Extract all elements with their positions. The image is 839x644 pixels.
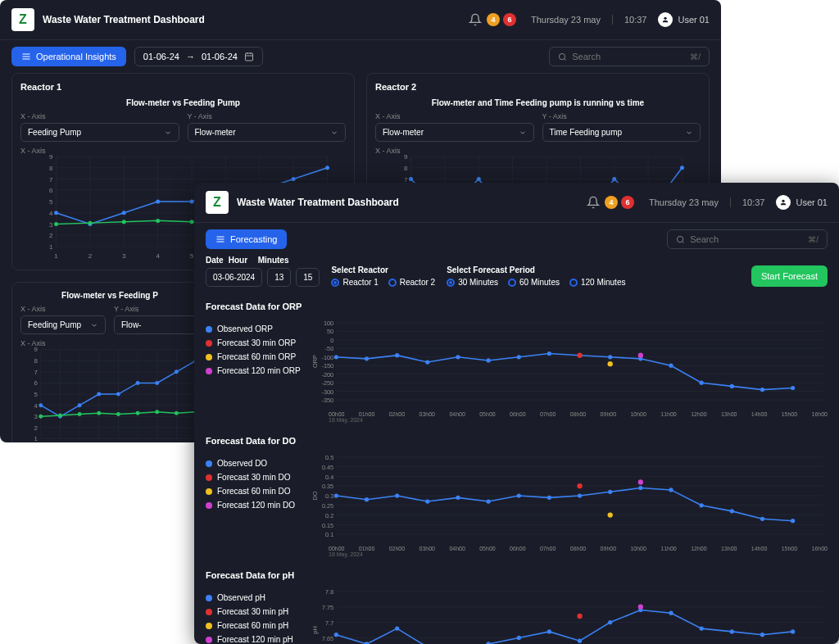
chart-title: Flow-meter vs Feeding P xyxy=(20,291,199,300)
svg-text:-250: -250 xyxy=(322,379,334,387)
svg-point-242 xyxy=(486,499,490,503)
forecast-controls: Date Hour Minutes 03-06-2024 13 15 Selec… xyxy=(194,256,839,295)
date-range-picker[interactable]: 01-06-24 → 01-06-24 xyxy=(134,47,263,66)
svg-point-214 xyxy=(791,386,795,390)
svg-text:7: 7 xyxy=(49,176,53,184)
svg-point-48 xyxy=(122,211,126,215)
forecast-ph: Forecast Data for pH Observed pHForecast… xyxy=(194,564,839,644)
svg-text:6: 6 xyxy=(49,187,53,194)
radio-reactor-2[interactable]: Reactor 2 xyxy=(388,278,435,287)
calendar-icon xyxy=(244,52,254,61)
y-axis-label: Y - Axis xyxy=(188,112,347,120)
svg-text:-300: -300 xyxy=(322,388,334,396)
radio-reactor-1[interactable]: Reactor 1 xyxy=(331,278,378,287)
svg-point-8 xyxy=(560,53,565,59)
svg-point-59 xyxy=(190,220,194,224)
svg-point-247 xyxy=(638,486,642,490)
svg-point-239 xyxy=(395,493,399,497)
svg-point-170 xyxy=(175,411,179,415)
svg-point-164 xyxy=(58,413,62,417)
avatar[interactable] xyxy=(776,195,791,210)
avatar[interactable] xyxy=(658,12,673,27)
svg-text:ORP: ORP xyxy=(312,355,319,368)
search-input[interactable] xyxy=(572,52,685,61)
logo: Z xyxy=(206,191,229,214)
x-axis-select[interactable]: Feeding Pump xyxy=(20,315,106,334)
header-date: Thursday 23 may xyxy=(531,15,601,25)
notification-badge-warning[interactable]: 4 xyxy=(487,13,500,26)
svg-text:7: 7 xyxy=(34,369,37,376)
toolbar: Operational Insights 01-06-24 → 01-06-24… xyxy=(0,40,721,73)
legend-item: Observed DO xyxy=(206,459,304,468)
svg-point-49 xyxy=(156,200,160,204)
svg-point-205 xyxy=(517,355,521,359)
y-axis-select[interactable]: Time Feeding pump xyxy=(542,123,701,142)
search-box[interactable]: ⌘/ xyxy=(549,47,710,66)
date-input[interactable]: 03-06-2024 xyxy=(206,268,262,287)
svg-point-199 xyxy=(334,355,338,359)
legend-dot xyxy=(206,368,212,374)
svg-rect-4 xyxy=(245,53,252,61)
bell-icon[interactable] xyxy=(469,13,482,26)
svg-text:7.7: 7.7 xyxy=(325,619,333,627)
bell-icon[interactable] xyxy=(587,196,600,209)
svg-point-58 xyxy=(156,219,160,223)
svg-point-216 xyxy=(608,361,613,366)
search-box[interactable]: ⌘/ xyxy=(667,229,828,249)
min-input[interactable]: 15 xyxy=(296,268,320,287)
legend-dot xyxy=(206,502,212,509)
forecast-orp: Forecast Data for ORP Observed ORPForeca… xyxy=(194,295,839,429)
svg-point-100 xyxy=(409,177,413,181)
forecasting-button[interactable]: Forecasting xyxy=(206,229,287,249)
svg-point-204 xyxy=(486,358,490,362)
operational-insights-button[interactable]: Operational Insights xyxy=(11,47,126,66)
svg-point-46 xyxy=(54,211,58,215)
radio-120-minutes[interactable]: 120 Minutes xyxy=(569,278,625,287)
svg-text:0: 0 xyxy=(330,337,333,344)
svg-point-240 xyxy=(425,499,429,503)
legend-item: Forecast 120 min pH xyxy=(206,635,304,644)
start-forecast-button[interactable]: Start Forecast xyxy=(751,265,828,287)
svg-point-165 xyxy=(78,412,82,416)
notification-badge-warning[interactable]: 4 xyxy=(605,196,618,209)
y-axis-select[interactable]: Flow-meter xyxy=(188,123,347,142)
x-axis-select[interactable]: Feeding Pump xyxy=(20,123,179,142)
svg-text:-350: -350 xyxy=(322,397,334,404)
x-axis-select[interactable]: Flow-meter xyxy=(375,123,534,142)
svg-point-106 xyxy=(612,177,616,181)
svg-point-210 xyxy=(669,364,673,368)
svg-point-159 xyxy=(136,381,140,385)
legend-dot xyxy=(206,623,212,629)
panel-title: Reactor 2 xyxy=(375,82,701,92)
svg-point-156 xyxy=(78,403,82,407)
legend-item: Observed pH xyxy=(206,593,304,602)
legend-dot xyxy=(206,488,212,495)
svg-text:3: 3 xyxy=(49,221,53,229)
svg-text:6: 6 xyxy=(34,379,38,387)
legend-item: Forecast 30 min ORP xyxy=(206,338,304,347)
radio-60-minutes[interactable]: 60 Minutes xyxy=(508,278,560,287)
svg-point-241 xyxy=(456,496,460,500)
search-input[interactable] xyxy=(690,234,803,244)
date-to: 01-06-24 xyxy=(202,52,238,61)
y-axis-select[interactable]: Flow- xyxy=(114,315,199,334)
hour-input[interactable]: 13 xyxy=(267,268,291,287)
legend-item: Forecast 120 min DO xyxy=(206,501,304,510)
svg-point-277 xyxy=(578,639,582,643)
svg-line-177 xyxy=(683,241,684,243)
svg-text:5: 5 xyxy=(49,198,53,206)
svg-point-276 xyxy=(547,629,551,633)
button-label: Forecasting xyxy=(230,234,277,244)
chevron-down-icon xyxy=(164,129,172,137)
svg-text:100: 100 xyxy=(324,320,333,327)
chevron-down-icon xyxy=(685,129,693,137)
notification-badge-error[interactable]: 6 xyxy=(503,13,516,26)
reactor1b-chart: X - Axis 123456789123456789 Y - Axis xyxy=(20,339,199,442)
header-time: 10:37 xyxy=(730,197,765,207)
notification-badge-error[interactable]: 6 xyxy=(621,196,634,209)
radio-30-minutes[interactable]: 30 Minutes xyxy=(447,278,498,287)
svg-point-56 xyxy=(88,221,92,225)
svg-text:1: 1 xyxy=(49,243,53,251)
svg-text:4: 4 xyxy=(34,402,38,410)
svg-point-176 xyxy=(678,236,683,242)
